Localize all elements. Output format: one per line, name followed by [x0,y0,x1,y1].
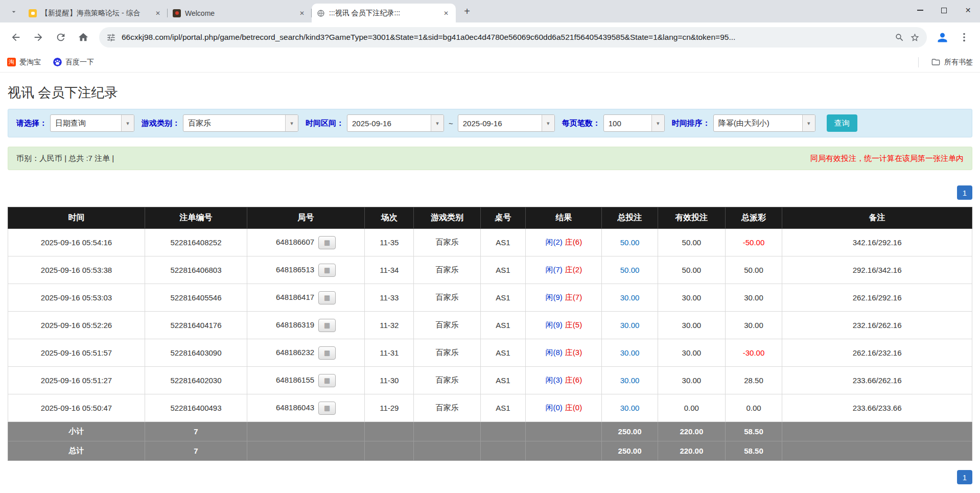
cell-note: 233.66/233.66 [782,394,972,422]
bookbar-divider [918,57,919,67]
url-text[interactable]: 66cxkj98.com/ipl/portal.php/game/betreco… [122,33,889,42]
page-size-select[interactable]: 100 ▾ [603,114,665,132]
tab-title: :::视讯 会员下注纪录::: [329,9,437,18]
table-row: 2025-09-16 05:52:26 522816404176 6481863… [8,312,972,339]
close-button[interactable]: ✕ [956,0,980,20]
cell-total-bet: 30.00 [602,284,658,312]
total-bet-link[interactable]: 30.00 [620,348,640,357]
page-size-value: 100 [604,115,651,131]
tab-close-icon[interactable]: ✕ [153,9,162,18]
roadmap-button[interactable]: ▦ [318,264,336,277]
game-type-select[interactable]: 百家乐 ▾ [183,114,298,132]
chevron-down-icon[interactable]: ▾ [431,115,444,131]
cell-empty [365,441,414,461]
home-button[interactable] [73,27,94,48]
browser-chrome: 【新提醒】海燕策略论坛 - 综合 ✕ Welcome ✕ :::视讯 会员下注纪… [0,0,980,73]
roadmap-button[interactable]: ▦ [318,319,336,332]
total-bet-link[interactable]: 50.00 [620,266,640,274]
cell-round: 648186319▦ [247,312,364,339]
round-id: 648186417 [276,292,314,301]
three-dots-icon [959,32,970,43]
forward-button[interactable] [28,27,49,48]
page-1-button[interactable]: 1 [957,470,972,484]
bookmark-taobao[interactable]: 淘 爱淘宝 [7,58,41,67]
roadmap-button[interactable]: ▦ [318,346,336,360]
cell-bet-id: 522816403090 [145,339,247,367]
zoom-icon[interactable] [895,33,904,42]
tab-close-icon[interactable]: ✕ [297,9,307,18]
all-bookmarks-label: 所有书签 [944,58,973,67]
roadmap-icon: ▦ [324,349,330,356]
tab-bet-records[interactable]: :::视讯 会员下注纪录::: ✕ [312,4,456,22]
taobao-icon: 淘 [7,58,16,66]
cell-empty [480,441,526,461]
total-bet-link[interactable]: 30.00 [620,404,640,412]
cell-total-bet: 30.00 [602,339,658,367]
roadmap-button[interactable]: ▦ [318,291,336,304]
cell-session: 11-31 [365,339,414,367]
column-header: 场次 [365,207,414,229]
cell-payout: 30.00 [725,312,782,339]
new-tab-button[interactable]: + [460,4,474,18]
forum-favicon [29,9,37,17]
bookmarks-bar: 淘 爱淘宝 百度一下 所有书签 [0,52,980,73]
sort-select[interactable]: 降幂(由大到小) ▾ [713,114,815,132]
menu-button[interactable] [953,27,975,48]
back-button[interactable] [5,27,27,48]
maximize-button[interactable] [932,0,956,20]
cell-result: 闲(9)庄(7) [526,284,602,312]
globe-favicon [317,9,325,17]
minimize-button[interactable] [908,0,932,20]
date-to-select[interactable]: 2025-09-16 ▾ [458,114,555,132]
tab-search-button[interactable] [6,4,21,19]
column-header: 注单编号 [145,207,247,229]
round-id: 648186155 [276,375,314,384]
folder-icon [931,57,941,67]
tab-welcome[interactable]: Welcome ✕ [168,4,312,22]
site-info-icon[interactable] [106,33,116,42]
cell-result: 闲(9)庄(5) [526,312,602,339]
roadmap-icon: ▦ [324,405,330,411]
roadmap-button[interactable]: ▦ [318,236,336,249]
query-type-group: 请选择： 日期查询 ▾ [16,114,134,132]
bookmark-star-icon[interactable] [910,33,920,42]
date-range-group: 时间区间： 2025-09-16 ▾ ~ 2025-09-16 ▾ [306,114,555,132]
roadmap-button[interactable]: ▦ [318,374,336,387]
query-type-label: 请选择： [16,119,47,128]
notice-text: 同局有效投注，统一计算在该局第一张注单内 [810,154,964,163]
chevron-down-icon[interactable]: ▾ [121,115,134,131]
date-from-select[interactable]: 2025-09-16 ▾ [347,114,444,132]
total-bet-link[interactable]: 30.00 [620,321,640,330]
cell-valid-bet: 30.00 [658,312,725,339]
banker-result: 庄(2) [565,265,582,274]
all-bookmarks-button[interactable]: 所有书签 [931,57,973,67]
reload-button[interactable] [50,27,72,48]
summary-text: 币别：人民币 | 总共 :7 注单 | [16,154,114,163]
roadmap-icon: ▦ [324,322,330,328]
cell-valid-bet: 30.00 [658,367,725,394]
search-button[interactable]: 查询 [827,114,857,132]
reload-icon [55,32,66,43]
total-bet-link[interactable]: 30.00 [620,293,640,302]
chevron-down-icon[interactable]: ▾ [651,115,664,131]
profile-avatar[interactable] [932,27,952,48]
bookmark-label: 百度一下 [65,58,94,67]
bookmark-baidu[interactable]: 百度一下 [53,58,94,67]
column-header: 桌号 [480,207,526,229]
round-id: 648186319 [276,320,314,328]
address-bar[interactable]: 66cxkj98.com/ipl/portal.php/game/betreco… [99,27,927,48]
page-1-button[interactable]: 1 [957,185,972,200]
query-type-select[interactable]: 日期查询 ▾ [50,114,134,132]
cell-empty [782,422,972,441]
tab-forum[interactable]: 【新提醒】海燕策略论坛 - 综合 ✕ [24,4,168,22]
chevron-down-icon[interactable]: ▾ [285,115,298,131]
banker-result: 庄(5) [565,320,582,329]
chevron-down-icon[interactable]: ▾ [542,115,554,131]
cell-time: 2025-09-16 05:50:47 [8,394,145,422]
tab-close-icon[interactable]: ✕ [441,9,451,18]
cell-total-bet: 30.00 [602,394,658,422]
chevron-down-icon[interactable]: ▾ [802,115,815,131]
total-bet-link[interactable]: 50.00 [620,238,640,247]
roadmap-button[interactable]: ▦ [318,402,336,415]
total-bet-link[interactable]: 30.00 [620,376,640,385]
